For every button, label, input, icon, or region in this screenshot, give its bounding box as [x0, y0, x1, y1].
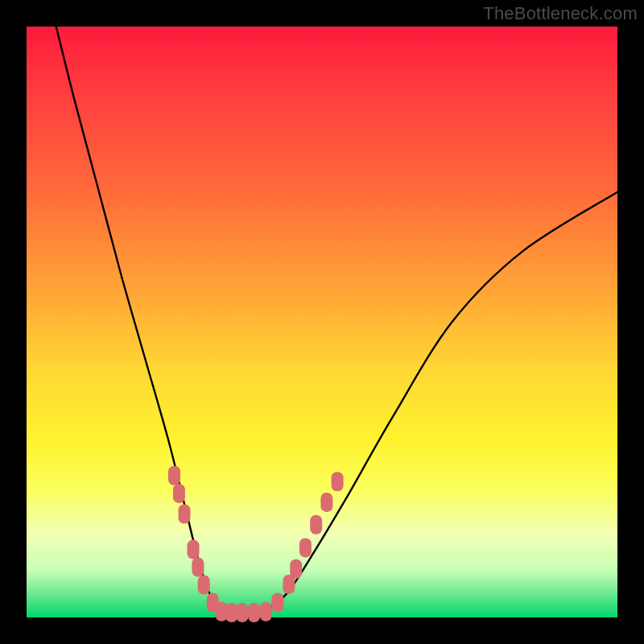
chart-frame: TheBottleneck.com: [0, 0, 644, 644]
marker-dot: [225, 603, 237, 622]
marker-dot: [332, 472, 344, 491]
marker-dot: [236, 603, 248, 622]
chart-svg: [27, 27, 617, 617]
marker-dot: [290, 559, 302, 579]
marker-dot: [188, 540, 200, 559]
plot-area: [27, 27, 617, 617]
marker-dot: [310, 515, 322, 535]
marker-dot: [271, 593, 283, 613]
marker-dot: [179, 505, 191, 524]
bottleneck-curve: [56, 27, 617, 617]
marker-dot: [299, 538, 312, 557]
marker-dot: [192, 558, 204, 577]
marker-dot: [173, 484, 185, 503]
marker-dot: [198, 576, 210, 595]
marker-dot: [168, 466, 180, 485]
watermark-text: TheBottleneck.com: [483, 3, 638, 24]
marker-dot: [320, 493, 332, 512]
marker-dot: [260, 602, 272, 621]
marker-band: [168, 466, 344, 622]
marker-dot: [248, 603, 260, 622]
